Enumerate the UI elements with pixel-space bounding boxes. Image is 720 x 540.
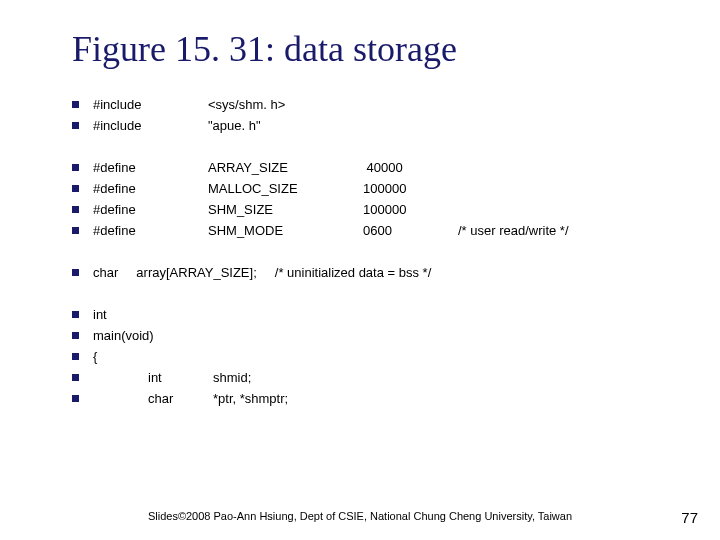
bullet-icon xyxy=(72,332,79,339)
bullet-icon xyxy=(72,164,79,171)
code-line: #defineMALLOC_SIZE100000 xyxy=(96,178,720,199)
bullet-icon xyxy=(72,311,79,318)
bullet-icon xyxy=(72,269,79,276)
footer-text: Slides©2008 Pao-Ann Hsiung, Dept of CSIE… xyxy=(0,510,720,522)
code-line: char*ptr, *shmptr; xyxy=(96,388,720,409)
bullet-icon xyxy=(72,395,79,402)
slide-title: Figure 15. 31: data storage xyxy=(72,28,720,70)
code-line: #include<sys/shm. h> xyxy=(96,94,720,115)
code-line: #include"apue. h" xyxy=(96,115,720,136)
code-body: #include<sys/shm. h>#include"apue. h"#de… xyxy=(96,94,720,409)
code-line: { xyxy=(96,346,720,367)
code-line: main(void) xyxy=(96,325,720,346)
bullet-icon xyxy=(72,122,79,129)
bullet-icon xyxy=(72,206,79,213)
page-number: 77 xyxy=(681,509,698,526)
bullet-icon xyxy=(72,185,79,192)
code-line: char array[ARRAY_SIZE]; /* uninitialized… xyxy=(96,262,720,283)
code-line: int xyxy=(96,304,720,325)
code-line: #defineSHM_SIZE100000 xyxy=(96,199,720,220)
bullet-icon xyxy=(72,374,79,381)
code-line: #defineSHM_MODE0600/* user read/write */ xyxy=(96,220,720,241)
code-line: #defineARRAY_SIZE 40000 xyxy=(96,157,720,178)
bullet-icon xyxy=(72,101,79,108)
code-line: intshmid; xyxy=(96,367,720,388)
bullet-icon xyxy=(72,353,79,360)
bullet-icon xyxy=(72,227,79,234)
